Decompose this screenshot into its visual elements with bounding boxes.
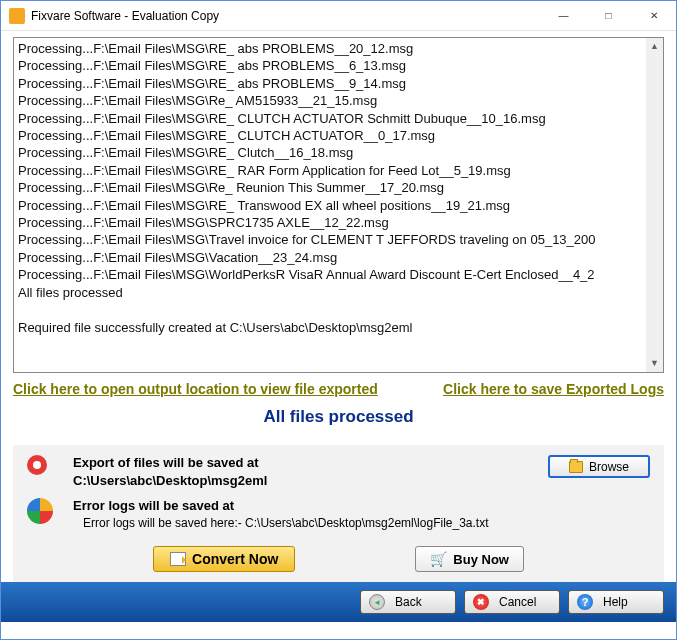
help-label: Help: [603, 595, 628, 609]
scroll-up-icon[interactable]: ▲: [646, 38, 663, 55]
back-button[interactable]: Back: [360, 590, 456, 614]
scrollbar[interactable]: ▲▼: [646, 38, 663, 372]
export-heading: Export of files will be saved at: [73, 455, 548, 470]
convert-label: Convert Now: [192, 551, 278, 567]
titlebar: Fixvare Software - Evaluation Copy — □ ✕: [1, 1, 676, 31]
browse-button[interactable]: Browse: [548, 455, 650, 478]
cancel-icon: [473, 594, 489, 610]
error-log-row: Error logs will be saved at Error logs w…: [27, 498, 650, 530]
log-text: Processing...F:\Email Files\MSG\RE_ abs …: [18, 41, 596, 335]
close-button[interactable]: ✕: [631, 1, 676, 30]
folder-icon: [569, 461, 583, 473]
save-logs-link[interactable]: Click here to save Exported Logs: [443, 381, 664, 397]
help-button[interactable]: Help: [568, 590, 664, 614]
error-heading: Error logs will be saved at: [73, 498, 650, 513]
back-label: Back: [395, 595, 422, 609]
buy-button[interactable]: 🛒 Buy Now: [415, 546, 524, 572]
back-icon: [369, 594, 385, 610]
footer: Back Cancel Help: [1, 582, 676, 622]
pie-chart-icon: [27, 498, 55, 526]
location-pin-icon: [27, 455, 55, 483]
maximize-button[interactable]: □: [586, 1, 631, 30]
status-message: All files processed: [13, 407, 664, 427]
log-output[interactable]: Processing...F:\Email Files\MSG\RE_ abs …: [13, 37, 664, 373]
convert-icon: [170, 552, 186, 566]
buy-label: Buy Now: [453, 552, 509, 567]
export-path-row: Export of files will be saved at C:\User…: [27, 455, 650, 488]
cancel-button[interactable]: Cancel: [464, 590, 560, 614]
browse-label: Browse: [589, 460, 629, 474]
export-path: C:\Users\abc\Desktop\msg2eml: [73, 473, 548, 488]
app-icon: [9, 8, 25, 24]
help-icon: [577, 594, 593, 610]
settings-panel: Export of files will be saved at C:\User…: [13, 445, 664, 544]
cart-icon: 🛒: [430, 551, 447, 567]
cancel-label: Cancel: [499, 595, 536, 609]
minimize-button[interactable]: —: [541, 1, 586, 30]
scroll-down-icon[interactable]: ▼: [646, 355, 663, 372]
action-row: Convert Now 🛒 Buy Now: [13, 544, 664, 582]
error-path: Error logs will be saved here:- C:\Users…: [73, 516, 650, 530]
convert-button[interactable]: Convert Now: [153, 546, 295, 572]
open-output-link[interactable]: Click here to open output location to vi…: [13, 381, 378, 397]
window-title: Fixvare Software - Evaluation Copy: [31, 9, 219, 23]
